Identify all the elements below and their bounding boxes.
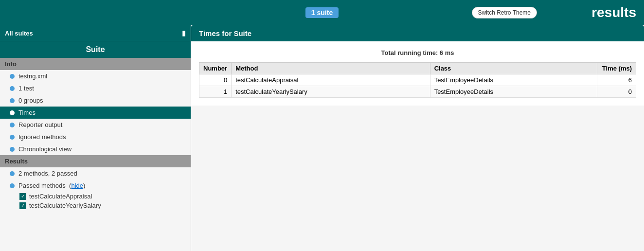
- dot-icon: [10, 110, 15, 115]
- all-suites-header: All suites ▮: [0, 25, 191, 41]
- sidebar-item-methods-count: 2 methods, 2 passed: [0, 167, 191, 179]
- dot-icon: [10, 183, 15, 188]
- cell-class: TestEmployeeDetails: [430, 86, 597, 98]
- all-suites-label: All suites: [5, 30, 33, 37]
- col-class: Class: [430, 63, 597, 74]
- cell-number: 1: [199, 86, 232, 98]
- dot-icon: [10, 147, 15, 152]
- dot-icon: [10, 98, 15, 103]
- cell-number: 0: [199, 74, 232, 86]
- suite-title: Suite: [0, 41, 191, 58]
- table-row: 1testCalculateYearlySalaryTestEmployeeDe…: [199, 86, 636, 98]
- method-passed-1: ✓ testCalculateAppraisal: [0, 192, 191, 201]
- passed-methods-label: Passed methods (hide): [18, 182, 85, 189]
- main-layout: All suites ▮ Suite Info testng.xml 1 tes…: [0, 25, 644, 251]
- cell-time: 6: [597, 74, 636, 86]
- sidebar-item-testng-xml[interactable]: testng.xml: [0, 70, 191, 82]
- method-name: testCalculateYearlySalary: [29, 202, 101, 209]
- hide-link[interactable]: hide: [71, 182, 83, 189]
- cell-class: TestEmployeeDetails: [430, 74, 597, 86]
- dot-icon: [10, 171, 15, 176]
- main-content: Times for Suite Total running time: 6 ms…: [191, 25, 644, 251]
- col-method: Method: [232, 63, 430, 74]
- switch-retro-button[interactable]: Switch Retro Theme: [472, 7, 537, 18]
- sidebar-item-label: testng.xml: [18, 72, 47, 80]
- total-running-time: Total running time: 6 ms: [199, 49, 636, 56]
- dot-icon: [10, 74, 15, 79]
- cell-time: 0: [597, 86, 636, 98]
- sidebar-item-label: 0 groups: [18, 97, 43, 104]
- sidebar-item-label: Times: [18, 109, 36, 116]
- cell-method: testCalculateAppraisal: [232, 74, 430, 86]
- sidebar-item-ignored-methods[interactable]: Ignored methods: [0, 131, 191, 143]
- sidebar-item-times[interactable]: Times: [0, 107, 191, 119]
- table-row: 0testCalculateAppraisalTestEmployeeDetai…: [199, 74, 636, 86]
- sidebar-item-chronological-view[interactable]: Chronological view: [0, 143, 191, 155]
- dot-icon: [10, 135, 15, 140]
- results-heading: results: [591, 5, 636, 20]
- sidebar-item-label: Ignored methods: [18, 133, 66, 141]
- col-number: Number: [199, 63, 232, 74]
- panel-body: Total running time: 6 ms Number Method C…: [191, 41, 644, 106]
- panel-title: Times for Suite: [191, 25, 644, 41]
- info-section-header: Info: [0, 58, 191, 70]
- dot-icon: [10, 123, 15, 127]
- sidebar-item-label: Reporter output: [18, 121, 62, 128]
- checkmark-icon: ✓: [19, 193, 26, 200]
- sidebar-item-1-test[interactable]: 1 test: [0, 82, 191, 94]
- times-table: Number Method Class Time (ms) 0testCalcu…: [199, 62, 636, 98]
- checkmark-icon: ✓: [19, 202, 26, 209]
- cell-method: testCalculateYearlySalary: [232, 86, 430, 98]
- method-name: testCalculateAppraisal: [29, 193, 92, 200]
- sidebar-item-label: 1 test: [18, 85, 34, 92]
- results-section-header: Results: [0, 155, 191, 167]
- content-wrapper: Times for Suite Total running time: 6 ms…: [191, 25, 644, 106]
- method-passed-2: ✓ testCalculateYearlySalary: [0, 201, 191, 210]
- methods-count-label: 2 methods, 2 passed: [18, 170, 77, 177]
- header: 1 suite Switch Retro Theme results: [0, 0, 644, 25]
- sidebar-item-reporter-output[interactable]: Reporter output: [0, 119, 191, 131]
- sidebar: All suites ▮ Suite Info testng.xml 1 tes…: [0, 25, 191, 251]
- col-time: Time (ms): [597, 63, 636, 74]
- sidebar-item-0-groups[interactable]: 0 groups: [0, 94, 191, 107]
- sidebar-item-passed-methods: Passed methods (hide): [0, 179, 191, 192]
- sidebar-item-label: Chronological view: [18, 145, 72, 153]
- table-header-row: Number Method Class Time (ms): [199, 63, 636, 74]
- collapse-icon[interactable]: ▮: [182, 29, 186, 37]
- dot-icon: [10, 86, 15, 91]
- suite-badge: 1 suite: [305, 7, 339, 18]
